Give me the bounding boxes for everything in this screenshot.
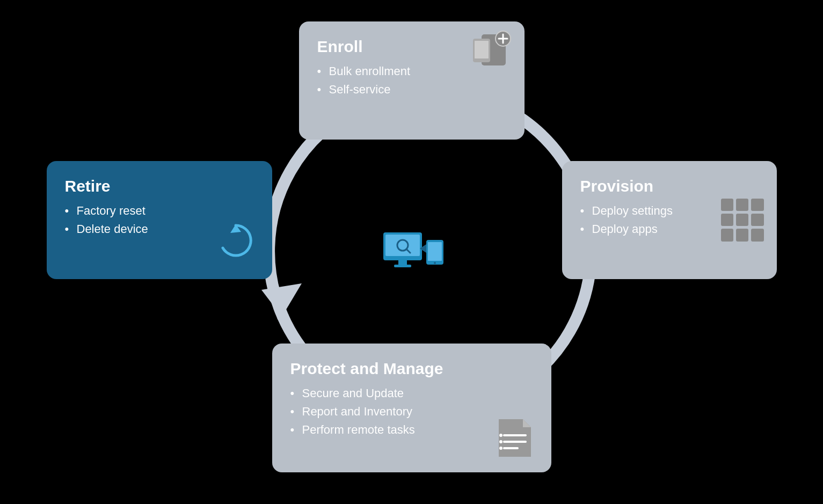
provision-item-1: Deploy settings <box>580 204 759 218</box>
protect-card: Protect and Manage Secure and Update Rep… <box>272 344 551 472</box>
svg-point-11 <box>434 262 436 264</box>
enroll-list: Bulk enrollment Self-service <box>317 64 506 97</box>
protect-item-2: Report and Inventory <box>290 405 533 419</box>
enroll-icon <box>471 29 514 69</box>
protect-item-3: Perform remote tasks <box>290 423 533 437</box>
protect-item-1: Secure and Update <box>290 386 533 400</box>
enroll-card: Enroll Bulk enrollment Self-service <box>299 21 525 140</box>
provision-card: Provision Deploy settings Deploy apps <box>562 161 777 279</box>
enroll-item-1: Bulk enrollment <box>317 64 506 78</box>
svg-rect-5 <box>394 265 411 267</box>
center-mdm-icon <box>382 228 441 276</box>
protect-title: Protect and Manage <box>290 360 533 378</box>
svg-point-23 <box>499 447 502 450</box>
svg-rect-14 <box>475 41 489 59</box>
retire-title: Retire <box>65 177 254 195</box>
provision-item-2: Deploy apps <box>580 222 759 236</box>
enroll-item-2: Self-service <box>317 83 506 97</box>
retire-item-2: Delete device <box>65 222 254 236</box>
diagram-container: Enroll Bulk enrollment Self-service Prov… <box>36 16 788 488</box>
provision-title: Provision <box>580 177 759 195</box>
svg-point-22 <box>499 440 502 443</box>
svg-rect-3 <box>385 235 420 256</box>
protect-list: Secure and Update Report and Inventory P… <box>290 386 533 437</box>
svg-rect-10 <box>428 242 442 261</box>
retire-card: Retire Factory reset Delete device <box>47 161 272 279</box>
retire-item-1: Factory reset <box>65 204 254 218</box>
